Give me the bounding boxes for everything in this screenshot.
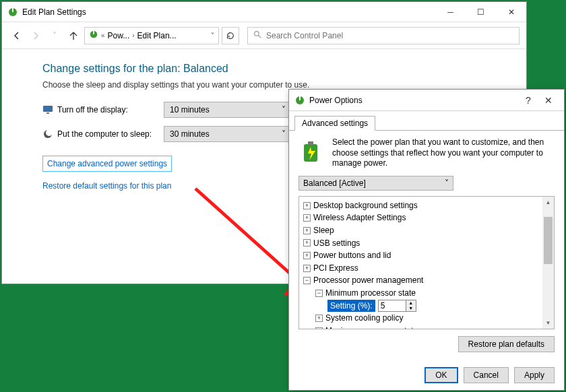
- svg-rect-7: [46, 112, 49, 114]
- plan-dropdown[interactable]: Balanced [Active] ˅: [298, 176, 453, 191]
- expand-toggle-icon[interactable]: +: [303, 214, 311, 222]
- help-button[interactable]: ?: [518, 95, 538, 106]
- dialog-description: Select the power plan that you want to c…: [332, 137, 555, 169]
- expand-toggle-icon[interactable]: +: [303, 252, 311, 259]
- breadcrumb-root[interactable]: Pow...: [108, 31, 130, 40]
- display-value: 10 minutes: [170, 105, 210, 115]
- advanced-link-box: Change advanced power settings: [42, 156, 172, 172]
- breadcrumb[interactable]: « Pow... › Edit Plan... ˅: [84, 27, 219, 44]
- display-label: Turn off the display:: [57, 105, 128, 115]
- tree-node-label: System cooling policy: [325, 312, 403, 325]
- tree-node[interactable]: Setting (%): 5▲▼: [301, 300, 553, 313]
- tree-node[interactable]: +Power buttons and lid: [301, 249, 553, 262]
- svg-point-9: [46, 129, 53, 136]
- tree-node-label: Power buttons and lid: [313, 249, 391, 262]
- restore-defaults-link[interactable]: Restore default settings for this plan: [42, 181, 171, 191]
- search-icon: [253, 30, 262, 41]
- svg-rect-3: [93, 31, 94, 34]
- sleep-value: 30 minutes: [170, 129, 210, 139]
- chevron-down-icon: ˅: [445, 178, 449, 188]
- tree-node[interactable]: +Sleep: [301, 224, 553, 237]
- search-box[interactable]: [247, 27, 520, 44]
- chevron-down-icon: ˅: [282, 129, 286, 139]
- sleep-label: Put the computer to sleep:: [57, 129, 152, 139]
- expand-toggle-icon[interactable]: +: [315, 327, 323, 329]
- setting-value-input[interactable]: 5▲▼: [378, 300, 416, 312]
- battery-icon: [298, 137, 325, 164]
- dialog-footer: OK Cancel Apply: [425, 367, 555, 383]
- display-dropdown[interactable]: 10 minutes ˅: [164, 102, 292, 118]
- dialog-title-bar: Power Options ? ✕: [289, 90, 564, 111]
- cancel-button[interactable]: Cancel: [464, 367, 509, 383]
- tree-node-label: Desktop background settings: [313, 199, 418, 212]
- breadcrumb-leaf[interactable]: Edit Plan...: [137, 31, 177, 40]
- svg-rect-1: [12, 8, 13, 12]
- scrollbar[interactable]: ▲ ▼: [542, 197, 554, 329]
- scroll-thumb[interactable]: [544, 217, 553, 264]
- tree-node[interactable]: +Maximum processor state: [301, 325, 553, 329]
- dialog-body: Select the power plan that you want to c…: [289, 131, 564, 359]
- ok-button[interactable]: OK: [425, 367, 458, 383]
- expand-toggle-icon[interactable]: +: [303, 239, 311, 247]
- expand-toggle-icon[interactable]: −: [315, 290, 323, 297]
- scroll-down-button[interactable]: ▼: [542, 317, 554, 329]
- tree-node[interactable]: +USB settings: [301, 237, 553, 250]
- svg-point-4: [255, 31, 259, 36]
- scroll-up-button[interactable]: ▲: [542, 197, 554, 208]
- tree-node-label: Minimum processor state: [325, 287, 416, 300]
- tab-advanced-settings[interactable]: Advanced settings: [294, 116, 375, 131]
- power-options-dialog: Power Options ? ✕ Advanced settings Sele…: [288, 89, 565, 391]
- moon-icon: [42, 129, 53, 139]
- up-button[interactable]: [65, 28, 82, 44]
- sleep-dropdown[interactable]: 30 minutes ˅: [164, 126, 292, 142]
- stepper-down[interactable]: ▼: [406, 306, 416, 311]
- search-input[interactable]: [266, 31, 513, 40]
- setting-value: 5: [379, 300, 406, 313]
- apply-button[interactable]: Apply: [514, 367, 555, 383]
- expand-toggle-icon[interactable]: −: [303, 277, 311, 284]
- expand-toggle-icon[interactable]: +: [303, 265, 311, 272]
- chevron-left-icon: «: [101, 32, 105, 39]
- svg-rect-6: [43, 106, 53, 112]
- page-heading: Change settings for the plan: Balanced: [42, 63, 486, 75]
- tree-node[interactable]: +Desktop background settings: [301, 199, 553, 212]
- tree-node-label: Sleep: [313, 224, 334, 237]
- tree-node[interactable]: −Processor power management: [301, 274, 553, 287]
- dialog-close-button[interactable]: ✕: [538, 95, 559, 106]
- expand-toggle-icon[interactable]: +: [303, 227, 311, 234]
- recent-dropdown-icon[interactable]: ˅: [46, 28, 63, 44]
- svg-line-5: [258, 35, 261, 38]
- refresh-button[interactable]: [222, 27, 239, 44]
- dialog-title: Power Options: [309, 96, 518, 105]
- expand-toggle-icon[interactable]: +: [315, 315, 323, 322]
- minimize-button[interactable]: ─: [435, 2, 466, 22]
- chevron-down-icon: ˅: [282, 105, 286, 115]
- power-icon: [294, 95, 305, 106]
- svg-rect-14: [308, 141, 313, 145]
- power-icon: [7, 7, 18, 18]
- tree-node-label: Maximum processor state: [325, 325, 418, 329]
- tree-node[interactable]: +System cooling policy: [301, 312, 553, 325]
- expand-toggle-icon[interactable]: +: [303, 202, 311, 209]
- settings-tree: +Desktop background settings+Wireless Ad…: [298, 196, 555, 329]
- plan-selected: Balanced [Active]: [303, 178, 366, 188]
- forward-button[interactable]: [28, 28, 44, 44]
- tree-node[interactable]: +Wireless Adapter Settings: [301, 211, 553, 224]
- tree-node[interactable]: −Minimum processor state: [301, 287, 553, 300]
- navigation-bar: ˅ « Pow... › Edit Plan... ˅: [2, 22, 526, 49]
- tree-node-label: USB settings: [313, 237, 360, 250]
- dialog-description-row: Select the power plan that you want to c…: [298, 137, 555, 169]
- stepper-up[interactable]: ▲: [406, 300, 416, 306]
- restore-plan-defaults-button[interactable]: Restore plan defaults: [458, 336, 555, 352]
- page-subheading: Choose the sleep and display settings th…: [42, 80, 486, 90]
- close-button[interactable]: ✕: [496, 2, 526, 22]
- back-button[interactable]: [9, 28, 25, 44]
- change-advanced-link[interactable]: Change advanced power settings: [47, 159, 167, 168]
- tree-node-label: Processor power management: [313, 274, 423, 287]
- svg-rect-12: [299, 96, 301, 100]
- chevron-down-icon[interactable]: ˅: [211, 32, 214, 39]
- maximize-button[interactable]: ☐: [466, 2, 496, 22]
- tree-node-label: Wireless Adapter Settings: [313, 211, 406, 224]
- power-icon: [89, 30, 98, 41]
- tree-node[interactable]: +PCI Express: [301, 262, 553, 275]
